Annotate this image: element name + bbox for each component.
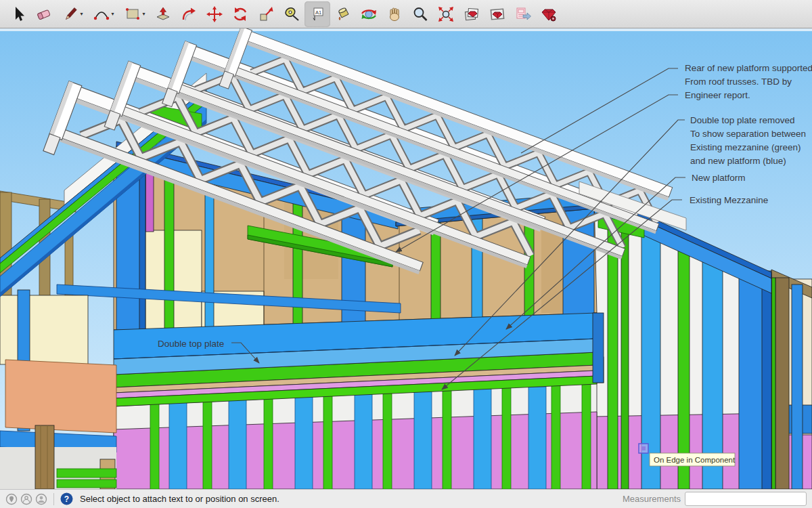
viewport-canvas[interactable]: Rear of new platform supported From roof… [0, 28, 812, 489]
sky-top-highlight [0, 28, 812, 31]
select-icon [9, 5, 27, 23]
zoom-extents-icon [437, 5, 455, 23]
rotate-tool-button[interactable] [227, 1, 253, 27]
scale-tool-button[interactable] [253, 1, 279, 27]
svg-text:Double top plate: Double top plate [158, 339, 224, 349]
inference-tooltip: On Edge in Component [650, 453, 736, 466]
status-divider [53, 493, 54, 505]
measurements-input[interactable] [685, 492, 807, 506]
arc-dropdown-arrow[interactable]: ▾ [111, 11, 114, 17]
paint-bucket-icon [334, 5, 352, 23]
offset-tool-button[interactable] [176, 1, 202, 27]
arc-tool-button[interactable]: ▾ [88, 1, 119, 27]
get-models-tool-button[interactable] [459, 1, 484, 27]
main-toolbar: ▾ ▾ ▾ [0, 0, 812, 28]
pencil-line-icon [62, 5, 79, 23]
svg-text:?: ? [64, 494, 69, 504]
share-model-tool-button[interactable] [484, 1, 510, 27]
text-tool-icon: A1 [309, 5, 326, 23]
credits-icon[interactable] [20, 493, 32, 505]
help-icon[interactable]: ? [60, 492, 73, 505]
move-tool-button[interactable] [202, 1, 227, 27]
geolocation-icon[interactable] [5, 493, 18, 505]
text-tool-button[interactable]: A1 [304, 1, 330, 27]
user-account-icon[interactable] [35, 493, 47, 505]
measurements-label: Measurements [623, 494, 681, 504]
far-right-wall [771, 270, 812, 489]
rectangle-dropdown-arrow[interactable]: ▾ [142, 11, 145, 17]
send-to-layout-icon [514, 5, 532, 23]
status-bar: ? Select object to attach text to or pos… [0, 489, 812, 508]
paint-bucket-tool-button[interactable] [330, 1, 356, 27]
eraser-icon [35, 5, 53, 23]
send-to-layout-tool-button[interactable] [510, 1, 536, 27]
extension-warehouse-icon [540, 5, 558, 23]
inference-cursor-square [639, 444, 648, 453]
push-pull-tool-button[interactable] [150, 1, 176, 27]
svg-text:Existing mezzanine (green): Existing mezzanine (green) [690, 142, 801, 152]
svg-text:A1: A1 [315, 9, 321, 15]
model-viewport[interactable]: Rear of new platform supported From roof… [0, 28, 812, 489]
select-tool-button[interactable] [5, 1, 31, 27]
svg-text:Engineer report.: Engineer report. [685, 90, 750, 100]
move-icon [206, 5, 223, 23]
scale-icon [257, 5, 275, 23]
push-pull-icon [154, 5, 172, 23]
eraser-tool-button[interactable] [31, 1, 57, 27]
offset-icon [180, 5, 198, 23]
svg-text:and new platform (blue): and new platform (blue) [690, 156, 786, 166]
extension-warehouse-tool-button[interactable] [536, 1, 562, 27]
line-tool-button[interactable]: ▾ [57, 1, 88, 27]
zoom-extents-tool-button[interactable] [433, 1, 459, 27]
status-message: Select object to attach text to or posit… [80, 494, 279, 504]
svg-text:On Edge in Component: On Edge in Component [654, 456, 736, 464]
line-dropdown-arrow[interactable]: ▾ [80, 11, 83, 17]
rotate-icon [231, 5, 249, 23]
rectangle-icon [124, 5, 141, 23]
svg-text:Double top plate removed: Double top plate removed [690, 115, 795, 125]
annotation-new-platform: New platform [692, 173, 746, 183]
svg-text:Existing Mezzanine: Existing Mezzanine [690, 195, 768, 205]
annotation-existing-mezzanine: Existing Mezzanine [690, 195, 768, 205]
rectangle-tool-button[interactable]: ▾ [119, 1, 150, 27]
tape-measure-icon [283, 5, 300, 23]
svg-text:Rear of new platform supported: Rear of new platform supported [685, 63, 812, 73]
pan-hand-icon [386, 5, 403, 23]
share-model-icon [489, 5, 506, 23]
svg-text:From roof trusses. TBD by: From roof trusses. TBD by [685, 77, 792, 87]
zoom-icon [411, 5, 429, 23]
svg-text:To show separation between: To show separation between [690, 129, 806, 139]
orbit-tool-button[interactable] [356, 1, 382, 27]
get-models-icon [463, 5, 480, 23]
tape-measure-tool-button[interactable] [279, 1, 304, 27]
pan-tool-button[interactable] [382, 1, 407, 27]
zoom-tool-button[interactable] [407, 1, 433, 27]
orbit-icon [360, 5, 378, 23]
arc-icon [93, 5, 110, 23]
annotation-double-top-plate-label: Double top plate [158, 339, 224, 349]
svg-text:New platform: New platform [692, 173, 746, 183]
